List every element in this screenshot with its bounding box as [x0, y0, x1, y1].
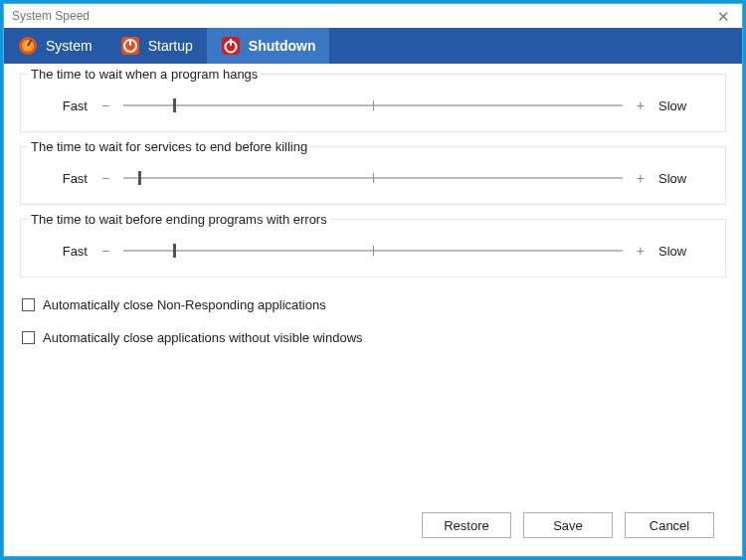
slider-track — [123, 177, 623, 179]
group-services: The time to wait for services to end bef… — [20, 146, 726, 205]
label-slow: Slow — [658, 98, 703, 113]
tabbar: System Startup Shutdown — [4, 28, 742, 64]
app-window: System Speed ✕ System Startup — [3, 3, 743, 557]
group-errors: The time to wait before ending programs … — [20, 219, 726, 278]
label-fast: Fast — [43, 98, 88, 113]
slider-row-errors: Fast − + Slow — [33, 243, 713, 259]
slider-track — [123, 104, 623, 106]
svg-rect-8 — [230, 39, 232, 46]
plus-icon: + — [637, 244, 645, 258]
content-area: The time to wait when a program hangs Fa… — [4, 64, 742, 556]
spacer — [20, 357, 726, 502]
slider-midtick — [373, 246, 374, 256]
titlebar: System Speed ✕ — [4, 4, 742, 28]
checkbox-nowindow-label: Automatically close applications without… — [43, 330, 363, 345]
slider-hang[interactable] — [123, 97, 623, 113]
cancel-button[interactable]: Cancel — [625, 512, 714, 538]
checkbox-nonresponding[interactable] — [22, 298, 35, 311]
shutdown-icon — [221, 36, 241, 56]
slider-row-services: Fast − + Slow — [33, 170, 713, 186]
restore-button[interactable]: Restore — [422, 512, 511, 538]
slider-track — [123, 250, 623, 252]
tab-system-label: System — [46, 38, 93, 54]
slider-row-hang: Fast − + Slow — [33, 97, 713, 113]
window-title: System Speed — [12, 9, 90, 23]
slider-midtick — [373, 100, 374, 110]
save-button[interactable]: Save — [523, 512, 613, 538]
plus-icon: + — [637, 98, 645, 112]
footer-buttons: Restore Save Cancel — [20, 502, 726, 548]
tab-startup[interactable]: Startup — [106, 28, 207, 64]
startup-icon — [120, 36, 140, 56]
tab-system[interactable]: System — [4, 28, 106, 64]
tab-startup-label: Startup — [148, 38, 193, 54]
slider-thumb[interactable] — [173, 98, 176, 112]
label-slow: Slow — [658, 244, 703, 259]
svg-rect-5 — [129, 39, 131, 46]
minus-icon: − — [101, 244, 109, 258]
minus-icon: − — [101, 98, 109, 112]
group-services-legend: The time to wait for services to end bef… — [27, 139, 311, 154]
checkbox-row-nonresponding[interactable]: Automatically close Non-Responding appli… — [22, 297, 726, 312]
slider-thumb[interactable] — [173, 244, 176, 258]
label-fast: Fast — [43, 171, 88, 186]
group-program-hangs: The time to wait when a program hangs Fa… — [20, 74, 726, 132]
group-errors-legend: The time to wait before ending programs … — [27, 212, 331, 227]
system-icon — [18, 36, 38, 56]
checkbox-nonresponding-label: Automatically close Non-Responding appli… — [43, 297, 326, 312]
minus-icon: − — [101, 171, 109, 185]
tab-shutdown-label: Shutdown — [249, 38, 316, 54]
label-fast: Fast — [43, 244, 88, 259]
label-slow: Slow — [658, 171, 703, 186]
slider-errors[interactable] — [123, 243, 623, 259]
group-program-hangs-legend: The time to wait when a program hangs — [27, 67, 262, 82]
slider-midtick — [373, 173, 374, 183]
close-icon[interactable]: ✕ — [711, 7, 736, 26]
checkbox-row-nowindow[interactable]: Automatically close applications without… — [22, 330, 726, 345]
slider-services[interactable] — [123, 170, 623, 186]
checkbox-nowindow[interactable] — [22, 331, 35, 344]
slider-thumb[interactable] — [138, 171, 141, 185]
plus-icon: + — [637, 171, 645, 185]
tab-shutdown[interactable]: Shutdown — [207, 28, 330, 64]
